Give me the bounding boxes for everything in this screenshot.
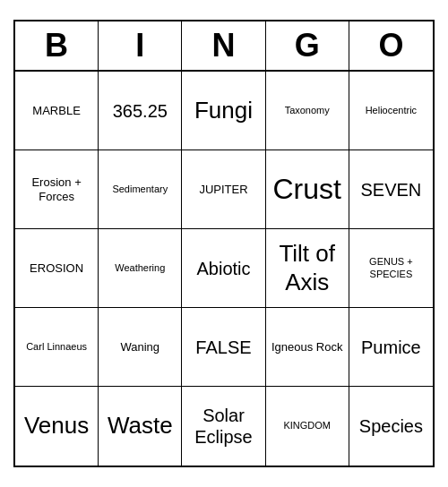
header-letter: I [99, 21, 182, 70]
bingo-cell: SEVEN [349, 150, 433, 229]
cell-text: Crust [272, 172, 340, 206]
cell-text: EROSION [30, 261, 83, 276]
bingo-cell: Taxonomy [266, 72, 349, 150]
bingo-cell: Tilt of Axis [266, 229, 349, 308]
cell-text: Heliocentric [366, 105, 417, 116]
header-letter: O [349, 21, 433, 70]
bingo-cell: Solar Eclipse [182, 387, 265, 466]
cell-text: MARBLE [32, 104, 80, 118]
bingo-cell: KINGDOM [266, 387, 349, 466]
bingo-cell: Waste [99, 387, 182, 466]
cell-text: Sedimentary [112, 184, 168, 195]
bingo-cell: Erosion + Forces [15, 150, 99, 229]
cell-text: Pumice [361, 337, 421, 358]
bingo-cell: Weathering [99, 229, 182, 308]
bingo-header: BINGO [15, 21, 433, 72]
bingo-card: BINGO MARBLE365.25FungiTaxonomyHeliocent… [13, 20, 435, 467]
header-letter: G [266, 21, 349, 70]
bingo-cell: Abiotic [182, 229, 265, 308]
bingo-cell: Pumice [349, 308, 433, 387]
bingo-cell: Igneous Rock [266, 308, 349, 387]
cell-text: 365.25 [113, 100, 168, 122]
cell-text: Weathering [115, 262, 165, 274]
cell-text: Taxonomy [285, 105, 330, 116]
cell-text: Erosion + Forces [18, 175, 95, 203]
bingo-cell: JUPITER [182, 150, 265, 229]
cell-text: GENUS + SPECIES [352, 256, 430, 279]
cell-text: Fungi [194, 97, 253, 124]
bingo-cell: Species [349, 387, 433, 466]
bingo-cell: 365.25 [99, 72, 182, 150]
cell-text: Solar Eclipse [185, 405, 262, 448]
cell-text: Tilt of Axis [269, 240, 346, 295]
cell-text: FALSE [195, 337, 251, 358]
bingo-cell: MARBLE [15, 72, 99, 150]
cell-text: KINGDOM [283, 420, 331, 431]
bingo-cell: Venus [15, 387, 99, 466]
cell-text: Species [359, 415, 423, 437]
bingo-cell: Fungi [182, 72, 265, 150]
cell-text: Venus [24, 412, 89, 440]
cell-text: JUPITER [199, 183, 247, 197]
bingo-cell: Carl Linnaeus [15, 308, 99, 387]
bingo-cell: FALSE [182, 308, 265, 387]
cell-text: Waste [108, 412, 173, 440]
bingo-cell: Heliocentric [349, 72, 433, 150]
cell-text: Waning [120, 340, 159, 355]
header-letter: B [15, 21, 99, 70]
bingo-cell: Sedimentary [99, 150, 182, 229]
cell-text: Igneous Rock [271, 340, 343, 355]
bingo-cell: EROSION [15, 229, 99, 308]
header-letter: N [182, 21, 265, 70]
cell-text: Carl Linnaeus [26, 341, 87, 353]
cell-text: Abiotic [196, 258, 250, 279]
bingo-grid: MARBLE365.25FungiTaxonomyHeliocentricEro… [15, 72, 433, 466]
bingo-cell: Waning [99, 308, 182, 387]
bingo-cell: Crust [266, 150, 349, 229]
bingo-cell: GENUS + SPECIES [349, 229, 433, 308]
cell-text: SEVEN [360, 179, 421, 201]
